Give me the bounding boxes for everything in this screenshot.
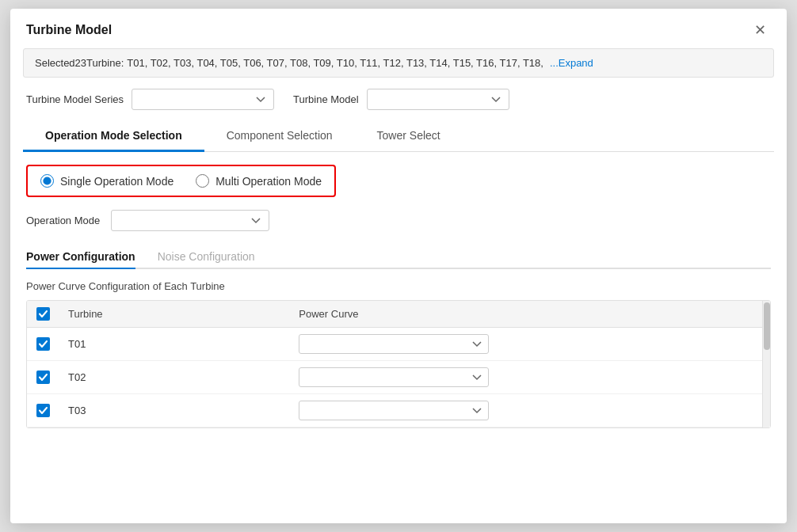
turbine-id-t02: T02	[68, 371, 299, 383]
series-label: Turbine Model Series	[26, 93, 124, 105]
table-row: T02	[27, 361, 770, 394]
selected-turbines-bar: Selected23Turbine: T01, T02, T03, T04, T…	[23, 48, 774, 78]
operation-mode-box: Single Operation Mode Multi Operation Mo…	[26, 165, 336, 197]
dialog-turbine-model: Turbine Model ✕ Selected23Turbine: T01, …	[10, 9, 787, 523]
th-power-curve: Power Curve	[299, 308, 761, 320]
expand-link[interactable]: ...Expand	[550, 57, 593, 69]
row-checkbox-t01[interactable]	[36, 337, 68, 351]
multi-mode-radio[interactable]	[196, 174, 209, 188]
model-row: Turbine Model Series Turbine Model	[10, 89, 787, 121]
model-select[interactable]	[367, 89, 509, 110]
power-select-t01[interactable]	[299, 334, 489, 354]
multi-mode-option[interactable]: Multi Operation Mode	[196, 174, 322, 188]
main-tabs-bar: Operation Mode Selection Component Selec…	[23, 121, 774, 152]
table-row: T03	[27, 394, 770, 428]
table-header: Turbine Power Curve	[27, 301, 770, 328]
scrollbar-track[interactable]	[762, 301, 770, 428]
single-mode-option[interactable]: Single Operation Mode	[40, 174, 174, 188]
checkbox-t02[interactable]	[36, 370, 50, 384]
row-checkbox-t03[interactable]	[36, 404, 68, 417]
checkbox-t01[interactable]	[36, 337, 50, 351]
model-field: Turbine Model	[293, 89, 509, 110]
sub-tab-power[interactable]: Power Configuration	[26, 245, 135, 269]
checkbox-t03[interactable]	[36, 404, 50, 417]
selected-label: Selected23Turbine:	[35, 57, 124, 69]
th-turbine: Turbine	[68, 308, 299, 320]
turbine-list: T01, T02, T03, T04, T05, T06, T07, T08, …	[127, 57, 543, 69]
header-checkbox[interactable]	[36, 307, 50, 321]
turbine-id-t01: T01	[68, 338, 299, 350]
sub-tab-noise[interactable]: Noise Configuration	[158, 245, 255, 269]
multi-mode-label: Multi Operation Mode	[215, 175, 322, 188]
power-select-t03[interactable]	[299, 401, 489, 420]
close-button[interactable]: ✕	[749, 21, 771, 39]
operation-mode-field-label: Operation Mode	[26, 215, 100, 226]
series-field: Turbine Model Series	[26, 89, 274, 110]
power-section-title: Power Curve Configuration of Each Turbin…	[26, 280, 771, 292]
operation-mode-row: Operation Mode	[26, 210, 771, 231]
scrollbar-thumb[interactable]	[764, 302, 770, 350]
model-label: Turbine Model	[293, 93, 359, 105]
sub-tabs-bar: Power Configuration Noise Configuration	[26, 245, 771, 269]
single-mode-radio[interactable]	[40, 174, 54, 188]
single-mode-label: Single Operation Mode	[60, 175, 174, 188]
dialog-header: Turbine Model ✕	[10, 9, 787, 48]
turbine-id-t03: T03	[68, 405, 299, 416]
operation-mode-select[interactable]	[111, 210, 269, 231]
tab-operation-mode[interactable]: Operation Mode Selection	[23, 121, 204, 152]
tab-tower-select[interactable]: Tower Select	[355, 121, 463, 152]
dialog-title: Turbine Model	[26, 23, 112, 37]
row-checkbox-t02[interactable]	[36, 370, 68, 384]
power-curve-t03	[299, 401, 761, 420]
power-curve-t01	[299, 334, 761, 354]
power-table: Turbine Power Curve T01	[26, 300, 771, 428]
series-select[interactable]	[132, 89, 274, 110]
tab-content: Single Operation Mode Multi Operation Mo…	[10, 152, 787, 523]
power-curve-t02	[299, 367, 761, 387]
tab-component-selection[interactable]: Component Selection	[204, 121, 355, 152]
th-checkbox	[36, 307, 68, 321]
table-row: T01	[27, 328, 770, 361]
power-select-t02[interactable]	[299, 367, 489, 387]
